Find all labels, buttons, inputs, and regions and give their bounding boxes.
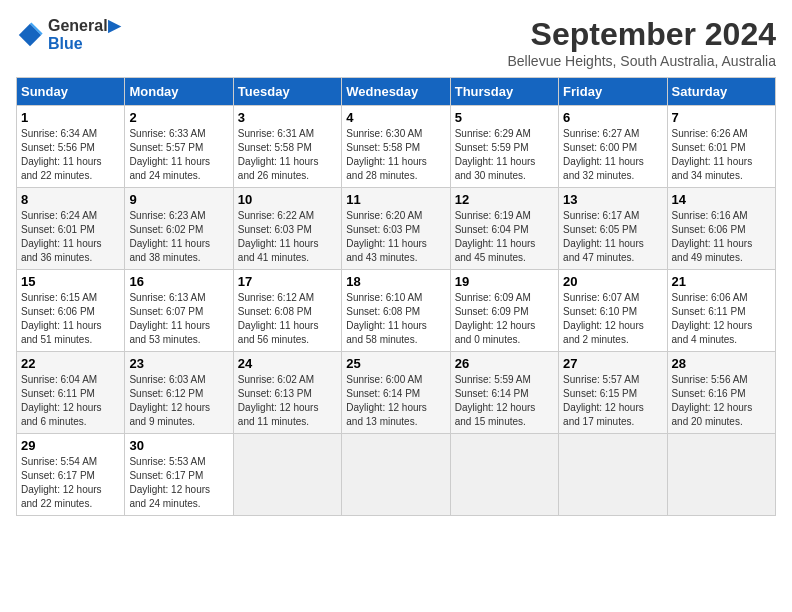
day-number: 2 <box>129 110 228 125</box>
col-header-monday: Monday <box>125 78 233 106</box>
calendar-cell: 4Sunrise: 6:30 AM Sunset: 5:58 PM Daylig… <box>342 106 450 188</box>
day-number: 1 <box>21 110 120 125</box>
day-info: Sunrise: 6:33 AM Sunset: 5:57 PM Dayligh… <box>129 127 228 183</box>
calendar-cell: 21Sunrise: 6:06 AM Sunset: 6:11 PM Dayli… <box>667 270 775 352</box>
day-number: 15 <box>21 274 120 289</box>
calendar-cell: 7Sunrise: 6:26 AM Sunset: 6:01 PM Daylig… <box>667 106 775 188</box>
day-info: Sunrise: 5:53 AM Sunset: 6:17 PM Dayligh… <box>129 455 228 511</box>
calendar-body: 1Sunrise: 6:34 AM Sunset: 5:56 PM Daylig… <box>17 106 776 516</box>
day-info: Sunrise: 6:29 AM Sunset: 5:59 PM Dayligh… <box>455 127 554 183</box>
day-number: 4 <box>346 110 445 125</box>
calendar-cell <box>342 434 450 516</box>
day-info: Sunrise: 5:56 AM Sunset: 6:16 PM Dayligh… <box>672 373 771 429</box>
calendar-cell: 13Sunrise: 6:17 AM Sunset: 6:05 PM Dayli… <box>559 188 667 270</box>
day-info: Sunrise: 6:26 AM Sunset: 6:01 PM Dayligh… <box>672 127 771 183</box>
day-info: Sunrise: 6:09 AM Sunset: 6:09 PM Dayligh… <box>455 291 554 347</box>
day-number: 11 <box>346 192 445 207</box>
subtitle: Bellevue Heights, South Australia, Austr… <box>508 53 777 69</box>
calendar-cell: 15Sunrise: 6:15 AM Sunset: 6:06 PM Dayli… <box>17 270 125 352</box>
calendar-cell: 30Sunrise: 5:53 AM Sunset: 6:17 PM Dayli… <box>125 434 233 516</box>
day-info: Sunrise: 5:59 AM Sunset: 6:14 PM Dayligh… <box>455 373 554 429</box>
day-number: 19 <box>455 274 554 289</box>
svg-marker-0 <box>19 23 41 45</box>
day-number: 6 <box>563 110 662 125</box>
calendar-table: SundayMondayTuesdayWednesdayThursdayFrid… <box>16 77 776 516</box>
day-info: Sunrise: 6:10 AM Sunset: 6:08 PM Dayligh… <box>346 291 445 347</box>
calendar-cell: 19Sunrise: 6:09 AM Sunset: 6:09 PM Dayli… <box>450 270 558 352</box>
day-number: 5 <box>455 110 554 125</box>
day-number: 7 <box>672 110 771 125</box>
col-header-saturday: Saturday <box>667 78 775 106</box>
day-info: Sunrise: 6:24 AM Sunset: 6:01 PM Dayligh… <box>21 209 120 265</box>
day-number: 30 <box>129 438 228 453</box>
calendar-cell <box>559 434 667 516</box>
day-number: 8 <box>21 192 120 207</box>
day-info: Sunrise: 6:23 AM Sunset: 6:02 PM Dayligh… <box>129 209 228 265</box>
calendar-cell: 12Sunrise: 6:19 AM Sunset: 6:04 PM Dayli… <box>450 188 558 270</box>
day-info: Sunrise: 6:27 AM Sunset: 6:00 PM Dayligh… <box>563 127 662 183</box>
day-number: 29 <box>21 438 120 453</box>
calendar-cell: 11Sunrise: 6:20 AM Sunset: 6:03 PM Dayli… <box>342 188 450 270</box>
calendar-cell: 27Sunrise: 5:57 AM Sunset: 6:15 PM Dayli… <box>559 352 667 434</box>
week-row-3: 15Sunrise: 6:15 AM Sunset: 6:06 PM Dayli… <box>17 270 776 352</box>
day-info: Sunrise: 6:06 AM Sunset: 6:11 PM Dayligh… <box>672 291 771 347</box>
col-header-sunday: Sunday <box>17 78 125 106</box>
day-number: 22 <box>21 356 120 371</box>
day-number: 16 <box>129 274 228 289</box>
day-info: Sunrise: 6:17 AM Sunset: 6:05 PM Dayligh… <box>563 209 662 265</box>
day-info: Sunrise: 6:22 AM Sunset: 6:03 PM Dayligh… <box>238 209 337 265</box>
calendar-cell: 2Sunrise: 6:33 AM Sunset: 5:57 PM Daylig… <box>125 106 233 188</box>
calendar-cell: 18Sunrise: 6:10 AM Sunset: 6:08 PM Dayli… <box>342 270 450 352</box>
calendar-cell: 5Sunrise: 6:29 AM Sunset: 5:59 PM Daylig… <box>450 106 558 188</box>
col-header-friday: Friday <box>559 78 667 106</box>
day-info: Sunrise: 6:00 AM Sunset: 6:14 PM Dayligh… <box>346 373 445 429</box>
week-row-4: 22Sunrise: 6:04 AM Sunset: 6:11 PM Dayli… <box>17 352 776 434</box>
day-number: 9 <box>129 192 228 207</box>
day-number: 10 <box>238 192 337 207</box>
day-info: Sunrise: 6:13 AM Sunset: 6:07 PM Dayligh… <box>129 291 228 347</box>
calendar-cell: 3Sunrise: 6:31 AM Sunset: 5:58 PM Daylig… <box>233 106 341 188</box>
calendar-cell: 20Sunrise: 6:07 AM Sunset: 6:10 PM Dayli… <box>559 270 667 352</box>
day-info: Sunrise: 6:15 AM Sunset: 6:06 PM Dayligh… <box>21 291 120 347</box>
header: General▶ Blue September 2024 Bellevue He… <box>16 16 776 69</box>
calendar-cell: 16Sunrise: 6:13 AM Sunset: 6:07 PM Dayli… <box>125 270 233 352</box>
calendar-cell: 8Sunrise: 6:24 AM Sunset: 6:01 PM Daylig… <box>17 188 125 270</box>
calendar-cell: 24Sunrise: 6:02 AM Sunset: 6:13 PM Dayli… <box>233 352 341 434</box>
day-number: 17 <box>238 274 337 289</box>
logo: General▶ Blue <box>16 16 120 53</box>
day-info: Sunrise: 6:20 AM Sunset: 6:03 PM Dayligh… <box>346 209 445 265</box>
day-info: Sunrise: 6:02 AM Sunset: 6:13 PM Dayligh… <box>238 373 337 429</box>
day-info: Sunrise: 6:07 AM Sunset: 6:10 PM Dayligh… <box>563 291 662 347</box>
day-number: 24 <box>238 356 337 371</box>
calendar-header-row: SundayMondayTuesdayWednesdayThursdayFrid… <box>17 78 776 106</box>
day-info: Sunrise: 6:30 AM Sunset: 5:58 PM Dayligh… <box>346 127 445 183</box>
calendar-cell: 23Sunrise: 6:03 AM Sunset: 6:12 PM Dayli… <box>125 352 233 434</box>
calendar-cell: 26Sunrise: 5:59 AM Sunset: 6:14 PM Dayli… <box>450 352 558 434</box>
day-number: 13 <box>563 192 662 207</box>
title-area: September 2024 Bellevue Heights, South A… <box>508 16 777 69</box>
logo-icon <box>16 21 44 49</box>
calendar-cell: 28Sunrise: 5:56 AM Sunset: 6:16 PM Dayli… <box>667 352 775 434</box>
day-info: Sunrise: 6:12 AM Sunset: 6:08 PM Dayligh… <box>238 291 337 347</box>
calendar-cell <box>450 434 558 516</box>
day-number: 21 <box>672 274 771 289</box>
day-number: 14 <box>672 192 771 207</box>
calendar-cell: 14Sunrise: 6:16 AM Sunset: 6:06 PM Dayli… <box>667 188 775 270</box>
calendar-cell: 22Sunrise: 6:04 AM Sunset: 6:11 PM Dayli… <box>17 352 125 434</box>
day-number: 23 <box>129 356 228 371</box>
day-info: Sunrise: 6:04 AM Sunset: 6:11 PM Dayligh… <box>21 373 120 429</box>
day-info: Sunrise: 6:16 AM Sunset: 6:06 PM Dayligh… <box>672 209 771 265</box>
calendar-cell: 1Sunrise: 6:34 AM Sunset: 5:56 PM Daylig… <box>17 106 125 188</box>
main-title: September 2024 <box>508 16 777 53</box>
calendar-cell: 25Sunrise: 6:00 AM Sunset: 6:14 PM Dayli… <box>342 352 450 434</box>
week-row-1: 1Sunrise: 6:34 AM Sunset: 5:56 PM Daylig… <box>17 106 776 188</box>
calendar-cell <box>667 434 775 516</box>
day-number: 25 <box>346 356 445 371</box>
day-info: Sunrise: 5:57 AM Sunset: 6:15 PM Dayligh… <box>563 373 662 429</box>
day-number: 18 <box>346 274 445 289</box>
col-header-tuesday: Tuesday <box>233 78 341 106</box>
week-row-2: 8Sunrise: 6:24 AM Sunset: 6:01 PM Daylig… <box>17 188 776 270</box>
calendar-cell: 9Sunrise: 6:23 AM Sunset: 6:02 PM Daylig… <box>125 188 233 270</box>
calendar-cell <box>233 434 341 516</box>
calendar-cell: 6Sunrise: 6:27 AM Sunset: 6:00 PM Daylig… <box>559 106 667 188</box>
